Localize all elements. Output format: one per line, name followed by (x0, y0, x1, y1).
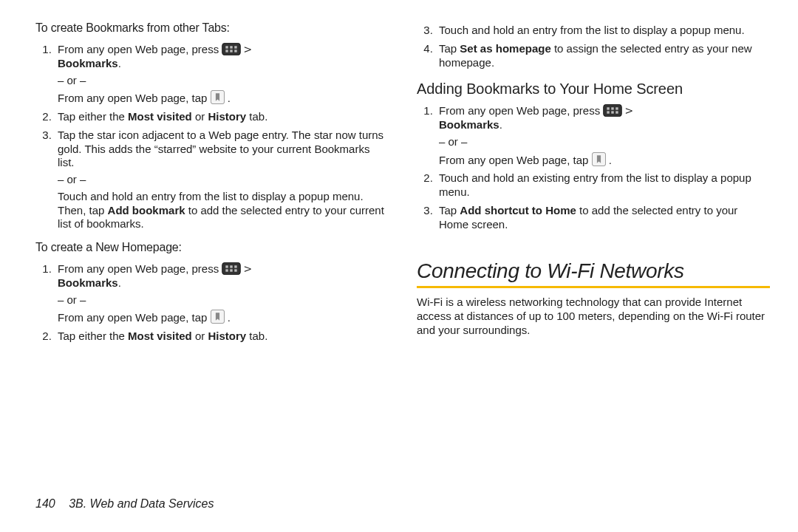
or-divider: – or – (58, 293, 389, 307)
heading-create-from-tabs: To create Bookmarks from other Tabs: (35, 21, 389, 35)
list-item: Tap Set as homepage to assign the select… (436, 42, 770, 70)
or-divider: – or – (58, 173, 389, 187)
list-item: From any open Web page, press > Bookmark… (55, 262, 389, 325)
text: From any open Web page, tap (58, 92, 211, 104)
page-number: 140 (35, 497, 55, 510)
text: Tap either the (58, 110, 128, 123)
list-create-from-tabs: From any open Web page, press > Bookmark… (35, 43, 389, 231)
bookmark-icon (211, 90, 225, 104)
menu-key-icon (603, 104, 622, 117)
right-column: Touch and hold an entry from the list to… (417, 21, 770, 473)
heading-wifi: Connecting to Wi-Fi Networks (417, 258, 770, 288)
chevron-right-icon: > (244, 43, 252, 57)
heading-new-homepage: To create a New Homepage: (35, 240, 389, 255)
text: Touch and hold an existing entry from th… (439, 171, 751, 198)
list-item: Touch and hold an existing entry from th… (436, 171, 770, 200)
text: or (192, 110, 208, 123)
text: Tap (439, 42, 460, 55)
list-item: Tap the star icon adjacent to a Web page… (55, 129, 389, 231)
text: or (192, 330, 208, 342)
heading-add-to-home: Adding Bookmarks to Your Home Screen (417, 80, 770, 98)
page-footer: 140 3B. Web and Data Services (35, 497, 214, 511)
text: . (228, 92, 231, 104)
chevron-right-icon: > (625, 104, 633, 118)
bookmarks-label: Bookmarks (58, 57, 118, 69)
list-item: From any open Web page, press > Bookmark… (55, 43, 389, 106)
text: . (499, 118, 502, 131)
text: Tap (439, 204, 460, 216)
bookmarks-label: Bookmarks (439, 118, 499, 131)
text: From any open Web page, press (58, 262, 222, 275)
most-visited-label: Most visited (128, 110, 192, 123)
text: tab. (246, 330, 267, 342)
list-item: Tap Add shortcut to Home to add the sele… (436, 204, 770, 232)
list-new-homepage-cont: Touch and hold an entry from the list to… (417, 24, 770, 69)
text: From any open Web page, tap (439, 154, 592, 166)
text: Tap the star icon adjacent to a Web page… (58, 129, 383, 169)
add-shortcut-label: Add shortcut to Home (460, 204, 576, 216)
list-item: Tap either the Most visited or History t… (55, 110, 389, 124)
menu-key-icon (222, 262, 241, 275)
text: From any open Web page, press (439, 104, 603, 117)
list-item: Tap either the Most visited or History t… (55, 330, 389, 344)
wifi-intro-paragraph: Wi-Fi is a wireless networking technolog… (417, 296, 770, 337)
text: . (228, 311, 231, 324)
chevron-right-icon: > (244, 262, 252, 276)
text: . (118, 276, 121, 289)
most-visited-label: Most visited (128, 330, 192, 342)
left-column: To create Bookmarks from other Tabs: Fro… (35, 21, 389, 473)
add-bookmark-label: Add bookmark (108, 204, 185, 216)
set-homepage-label: Set as homepage (460, 42, 550, 55)
text: From any open Web page, press (58, 43, 222, 55)
list-item: Touch and hold an entry from the list to… (436, 24, 770, 38)
history-label: History (208, 330, 246, 342)
text: . (609, 154, 612, 166)
text: Tap either the (58, 330, 128, 342)
bookmark-icon (211, 310, 225, 324)
text: tab. (246, 110, 267, 123)
or-divider: – or – (439, 135, 770, 149)
text: Touch and hold an entry from the list to… (439, 24, 745, 36)
bookmarks-label: Bookmarks (58, 276, 118, 289)
bookmark-icon (592, 152, 606, 166)
or-divider: – or – (58, 74, 389, 88)
list-item: From any open Web page, press > Bookmark… (436, 104, 770, 167)
history-label: History (208, 110, 246, 123)
menu-key-icon (222, 43, 241, 55)
list-new-homepage: From any open Web page, press > Bookmark… (35, 262, 389, 344)
text: . (118, 57, 121, 69)
list-add-to-home: From any open Web page, press > Bookmark… (417, 104, 770, 231)
chapter-title: 3B. Web and Data Services (69, 497, 214, 510)
text: From any open Web page, tap (58, 311, 211, 324)
